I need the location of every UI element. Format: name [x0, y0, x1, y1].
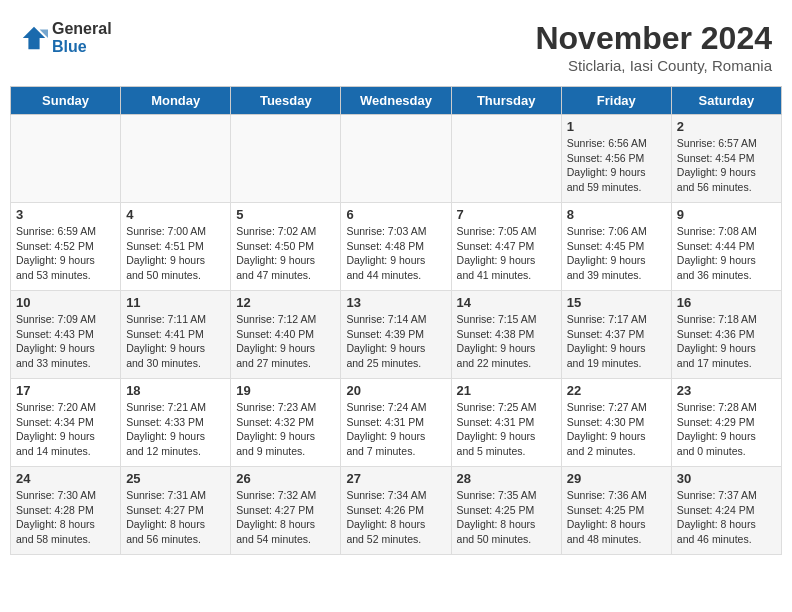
day-cell: 24Sunrise: 7:30 AM Sunset: 4:28 PM Dayli…	[11, 467, 121, 555]
day-number: 2	[677, 119, 776, 134]
day-number: 22	[567, 383, 666, 398]
logo-blue-text: Blue	[52, 38, 112, 56]
logo: General Blue	[20, 20, 112, 55]
day-number: 19	[236, 383, 335, 398]
day-cell: 17Sunrise: 7:20 AM Sunset: 4:34 PM Dayli…	[11, 379, 121, 467]
day-info: Sunrise: 7:06 AM Sunset: 4:45 PM Dayligh…	[567, 224, 666, 283]
day-info: Sunrise: 7:37 AM Sunset: 4:24 PM Dayligh…	[677, 488, 776, 547]
day-cell: 11Sunrise: 7:11 AM Sunset: 4:41 PM Dayli…	[121, 291, 231, 379]
day-info: Sunrise: 7:00 AM Sunset: 4:51 PM Dayligh…	[126, 224, 225, 283]
day-cell: 12Sunrise: 7:12 AM Sunset: 4:40 PM Dayli…	[231, 291, 341, 379]
day-info: Sunrise: 7:21 AM Sunset: 4:33 PM Dayligh…	[126, 400, 225, 459]
day-number: 30	[677, 471, 776, 486]
day-info: Sunrise: 7:34 AM Sunset: 4:26 PM Dayligh…	[346, 488, 445, 547]
day-number: 8	[567, 207, 666, 222]
day-number: 23	[677, 383, 776, 398]
day-number: 26	[236, 471, 335, 486]
day-cell	[451, 115, 561, 203]
week-row-1: 1Sunrise: 6:56 AM Sunset: 4:56 PM Daylig…	[11, 115, 782, 203]
day-cell: 2Sunrise: 6:57 AM Sunset: 4:54 PM Daylig…	[671, 115, 781, 203]
day-cell: 6Sunrise: 7:03 AM Sunset: 4:48 PM Daylig…	[341, 203, 451, 291]
col-header-monday: Monday	[121, 87, 231, 115]
calendar: SundayMondayTuesdayWednesdayThursdayFrid…	[10, 86, 782, 555]
day-info: Sunrise: 7:30 AM Sunset: 4:28 PM Dayligh…	[16, 488, 115, 547]
day-cell: 13Sunrise: 7:14 AM Sunset: 4:39 PM Dayli…	[341, 291, 451, 379]
day-number: 25	[126, 471, 225, 486]
day-info: Sunrise: 7:11 AM Sunset: 4:41 PM Dayligh…	[126, 312, 225, 371]
day-cell: 26Sunrise: 7:32 AM Sunset: 4:27 PM Dayli…	[231, 467, 341, 555]
day-info: Sunrise: 7:12 AM Sunset: 4:40 PM Dayligh…	[236, 312, 335, 371]
logo-general-text: General	[52, 20, 112, 38]
day-cell: 10Sunrise: 7:09 AM Sunset: 4:43 PM Dayli…	[11, 291, 121, 379]
day-number: 24	[16, 471, 115, 486]
week-row-2: 3Sunrise: 6:59 AM Sunset: 4:52 PM Daylig…	[11, 203, 782, 291]
subtitle: Sticlaria, Iasi County, Romania	[535, 57, 772, 74]
day-cell: 19Sunrise: 7:23 AM Sunset: 4:32 PM Dayli…	[231, 379, 341, 467]
col-header-tuesday: Tuesday	[231, 87, 341, 115]
header-row: SundayMondayTuesdayWednesdayThursdayFrid…	[11, 87, 782, 115]
day-cell: 5Sunrise: 7:02 AM Sunset: 4:50 PM Daylig…	[231, 203, 341, 291]
col-header-wednesday: Wednesday	[341, 87, 451, 115]
day-cell: 16Sunrise: 7:18 AM Sunset: 4:36 PM Dayli…	[671, 291, 781, 379]
day-number: 12	[236, 295, 335, 310]
day-number: 29	[567, 471, 666, 486]
day-info: Sunrise: 7:32 AM Sunset: 4:27 PM Dayligh…	[236, 488, 335, 547]
day-info: Sunrise: 7:05 AM Sunset: 4:47 PM Dayligh…	[457, 224, 556, 283]
day-cell: 7Sunrise: 7:05 AM Sunset: 4:47 PM Daylig…	[451, 203, 561, 291]
day-number: 27	[346, 471, 445, 486]
day-info: Sunrise: 7:36 AM Sunset: 4:25 PM Dayligh…	[567, 488, 666, 547]
day-number: 16	[677, 295, 776, 310]
day-number: 13	[346, 295, 445, 310]
day-cell: 18Sunrise: 7:21 AM Sunset: 4:33 PM Dayli…	[121, 379, 231, 467]
day-number: 18	[126, 383, 225, 398]
day-info: Sunrise: 7:03 AM Sunset: 4:48 PM Dayligh…	[346, 224, 445, 283]
day-info: Sunrise: 6:56 AM Sunset: 4:56 PM Dayligh…	[567, 136, 666, 195]
week-row-3: 10Sunrise: 7:09 AM Sunset: 4:43 PM Dayli…	[11, 291, 782, 379]
day-cell: 25Sunrise: 7:31 AM Sunset: 4:27 PM Dayli…	[121, 467, 231, 555]
week-row-5: 24Sunrise: 7:30 AM Sunset: 4:28 PM Dayli…	[11, 467, 782, 555]
day-info: Sunrise: 6:57 AM Sunset: 4:54 PM Dayligh…	[677, 136, 776, 195]
col-header-sunday: Sunday	[11, 87, 121, 115]
logo-icon	[20, 24, 48, 52]
day-number: 17	[16, 383, 115, 398]
day-cell	[121, 115, 231, 203]
day-info: Sunrise: 7:02 AM Sunset: 4:50 PM Dayligh…	[236, 224, 335, 283]
day-info: Sunrise: 7:09 AM Sunset: 4:43 PM Dayligh…	[16, 312, 115, 371]
day-info: Sunrise: 7:20 AM Sunset: 4:34 PM Dayligh…	[16, 400, 115, 459]
day-number: 6	[346, 207, 445, 222]
day-number: 11	[126, 295, 225, 310]
day-info: Sunrise: 7:24 AM Sunset: 4:31 PM Dayligh…	[346, 400, 445, 459]
day-info: Sunrise: 7:15 AM Sunset: 4:38 PM Dayligh…	[457, 312, 556, 371]
day-cell: 29Sunrise: 7:36 AM Sunset: 4:25 PM Dayli…	[561, 467, 671, 555]
day-number: 28	[457, 471, 556, 486]
day-number: 7	[457, 207, 556, 222]
day-info: Sunrise: 6:59 AM Sunset: 4:52 PM Dayligh…	[16, 224, 115, 283]
header: General Blue November 2024 Sticlaria, Ia…	[10, 10, 782, 82]
month-title: November 2024	[535, 20, 772, 57]
day-number: 1	[567, 119, 666, 134]
day-info: Sunrise: 7:31 AM Sunset: 4:27 PM Dayligh…	[126, 488, 225, 547]
day-info: Sunrise: 7:27 AM Sunset: 4:30 PM Dayligh…	[567, 400, 666, 459]
week-row-4: 17Sunrise: 7:20 AM Sunset: 4:34 PM Dayli…	[11, 379, 782, 467]
day-number: 15	[567, 295, 666, 310]
day-cell: 9Sunrise: 7:08 AM Sunset: 4:44 PM Daylig…	[671, 203, 781, 291]
col-header-thursday: Thursday	[451, 87, 561, 115]
day-info: Sunrise: 7:28 AM Sunset: 4:29 PM Dayligh…	[677, 400, 776, 459]
day-cell: 27Sunrise: 7:34 AM Sunset: 4:26 PM Dayli…	[341, 467, 451, 555]
day-number: 20	[346, 383, 445, 398]
day-cell: 14Sunrise: 7:15 AM Sunset: 4:38 PM Dayli…	[451, 291, 561, 379]
day-cell	[231, 115, 341, 203]
col-header-friday: Friday	[561, 87, 671, 115]
day-number: 10	[16, 295, 115, 310]
day-info: Sunrise: 7:08 AM Sunset: 4:44 PM Dayligh…	[677, 224, 776, 283]
day-number: 3	[16, 207, 115, 222]
day-cell: 23Sunrise: 7:28 AM Sunset: 4:29 PM Dayli…	[671, 379, 781, 467]
day-cell: 30Sunrise: 7:37 AM Sunset: 4:24 PM Dayli…	[671, 467, 781, 555]
day-number: 21	[457, 383, 556, 398]
day-info: Sunrise: 7:35 AM Sunset: 4:25 PM Dayligh…	[457, 488, 556, 547]
day-info: Sunrise: 7:23 AM Sunset: 4:32 PM Dayligh…	[236, 400, 335, 459]
day-number: 4	[126, 207, 225, 222]
day-number: 9	[677, 207, 776, 222]
day-cell: 15Sunrise: 7:17 AM Sunset: 4:37 PM Dayli…	[561, 291, 671, 379]
day-cell	[11, 115, 121, 203]
